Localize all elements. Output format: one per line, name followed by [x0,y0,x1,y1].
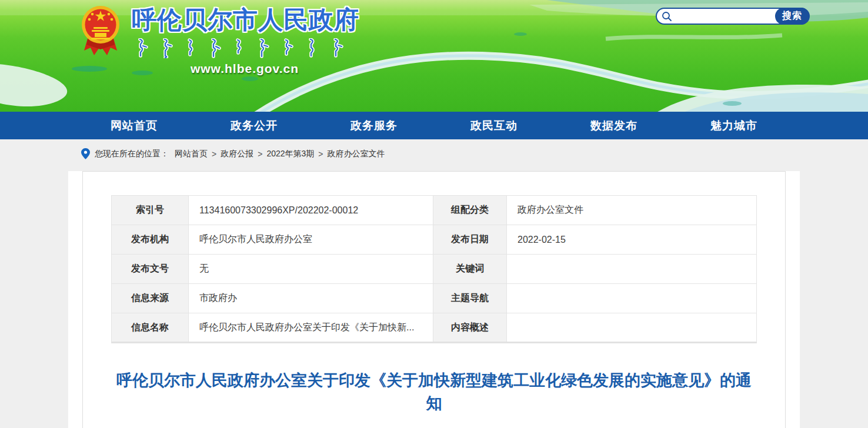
meta-label-info-source: 信息来源 [112,284,189,313]
breadcrumb-link-home[interactable]: 网站首页 [175,149,208,159]
header-banner: 呼伦贝尔市人民政府 [0,0,868,112]
table-row: 信息来源 市政府办 主题导航 [112,284,757,313]
breadcrumb-separator: > [318,149,323,159]
meta-value-publish-date: 2022-02-15 [507,225,757,255]
meta-label-topic-nav: 主题导航 [433,284,507,313]
meta-label-info-name: 信息名称 [112,313,189,343]
document-container: 索引号 1134160073302996XP/202202-00012 组配分类… [82,171,786,428]
meta-value-category: 政府办公室文件 [507,196,757,225]
search-bar: 搜索 [656,8,810,25]
breadcrumb-link-gazette[interactable]: 政府公报 [221,149,253,159]
nav-item-data[interactable]: 数据发布 [590,118,637,133]
main-navigation: 网站首页 政务公开 政务服务 政民互动 数据发布 魅力城市 [0,112,868,139]
meta-value-issuing-agency: 呼伦贝尔市人民政府办公室 [189,225,433,255]
meta-label-keywords: 关键词 [433,255,507,284]
meta-value-summary [507,313,757,343]
breadcrumb-link-category[interactable]: 政府办公室文件 [328,149,385,159]
content-card: 索引号 1134160073302996XP/202202-00012 组配分类… [68,171,800,428]
meta-label-index-no: 索引号 [112,196,189,225]
nav-item-city[interactable]: 魅力城市 [710,118,757,133]
meta-label-issuing-agency: 发布机构 [112,225,189,255]
meta-label-summary: 内容概述 [433,313,507,343]
meta-value-info-source: 市政府办 [189,284,433,313]
meta-value-info-name: 呼伦贝尔市人民政府办公室关于印发《关于加快新... [189,313,433,343]
table-row: 信息名称 呼伦贝尔市人民政府办公室关于印发《关于加快新... 内容概述 [112,313,757,343]
national-emblem-icon [81,4,120,58]
nav-item-gov-info[interactable]: 政务公开 [231,118,278,133]
breadcrumb: 您现在所在的位置： 网站首页 > 政府公报 > 2022年第3期 > 政府办公室… [68,148,800,159]
search-button[interactable]: 搜索 [775,8,809,25]
nav-item-interaction[interactable]: 政民互动 [470,118,518,133]
search-icon [662,11,672,22]
site-url: www.hlbe.gov.cn [132,62,358,76]
document-title: 呼伦贝尔市人民政府办公室关于印发《关于加快新型建筑工业化绿色发展的实施意见》的通… [111,369,757,415]
site-title: 呼伦贝尔市人民政府 [132,4,358,36]
breadcrumb-link-issue[interactable]: 2022年第3期 [266,149,314,159]
location-pin-icon [81,148,90,159]
meta-value-topic-nav [507,284,757,313]
meta-label-category: 组配分类 [433,196,507,225]
mongolian-script [135,38,354,58]
table-row: 发布文号 无 关键词 [112,255,757,284]
nav-item-gov-service[interactable]: 政务服务 [350,118,398,133]
meta-value-index-no: 1134160073302996XP/202202-00012 [189,196,433,225]
document-meta-table: 索引号 1134160073302996XP/202202-00012 组配分类… [111,195,757,343]
table-row: 发布机构 呼伦贝尔市人民政府办公室 发布日期 2022-02-15 [112,225,757,255]
breadcrumb-prefix: 您现在所在的位置： [95,149,169,159]
site-logo-home-link[interactable]: 呼伦贝尔市人民政府 [81,4,358,76]
breadcrumb-separator: > [212,149,216,159]
nav-item-home[interactable]: 网站首页 [111,118,158,133]
meta-label-doc-number: 发布文号 [112,255,189,284]
table-row: 索引号 1134160073302996XP/202202-00012 组配分类… [112,196,757,225]
meta-value-keywords [507,255,757,284]
meta-value-doc-number: 无 [189,255,433,284]
meta-label-publish-date: 发布日期 [433,225,507,255]
breadcrumb-separator: > [258,149,262,159]
